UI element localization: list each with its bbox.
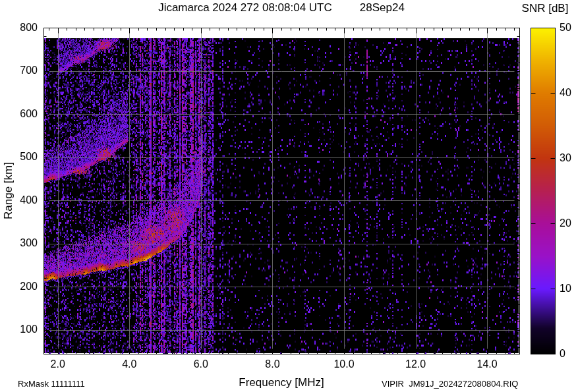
colorbar-tick-label: 10: [560, 283, 571, 294]
rxmask-label: RxMask 11111111: [18, 379, 85, 389]
y-axis-label: Range [km]: [1, 28, 16, 354]
colorbar-tick-label: 30: [560, 152, 571, 164]
figure-title: Jicamarca 2024 272 08:08:04 UTC 28Sep24: [43, 1, 519, 14]
colorbar-title: SNR [dB]: [514, 2, 576, 15]
y-tick-label: 300: [0, 237, 38, 249]
x-tick-label: 4.0: [122, 358, 136, 370]
colorbar-tick-label: 20: [560, 217, 571, 229]
title-date: 28Sep24: [360, 1, 405, 14]
x-tick-label: 14.0: [477, 358, 498, 370]
y-tick-label: 200: [0, 281, 38, 293]
ionogram-canvas: [0, 0, 576, 392]
colorbar-tick-label: 40: [560, 87, 571, 99]
x-tick-label: 8.0: [265, 358, 279, 370]
y-tick-label: 700: [0, 65, 38, 76]
y-tick-label: 100: [0, 323, 38, 335]
x-tick-label: 10.0: [333, 358, 354, 370]
title-text: Jicamarca 2024 272 08:08:04 UTC: [158, 1, 332, 14]
colorbar-tick-label: 0: [560, 348, 565, 360]
y-tick-label: 400: [0, 194, 38, 206]
colorbar-tick-label: 50: [560, 22, 571, 34]
y-tick-label: 600: [0, 108, 38, 120]
source-file-label: VIPIR JM91J_2024272080804.RIQ: [382, 379, 518, 389]
ionogram-figure: Jicamarca 2024 272 08:08:04 UTC 28Sep24 …: [0, 0, 576, 392]
y-tick-label: 500: [0, 151, 38, 163]
x-tick-label: 6.0: [194, 358, 208, 370]
y-tick-label: 800: [0, 22, 38, 34]
x-tick-label: 12.0: [405, 358, 426, 370]
x-tick-label: 2.0: [51, 358, 65, 370]
